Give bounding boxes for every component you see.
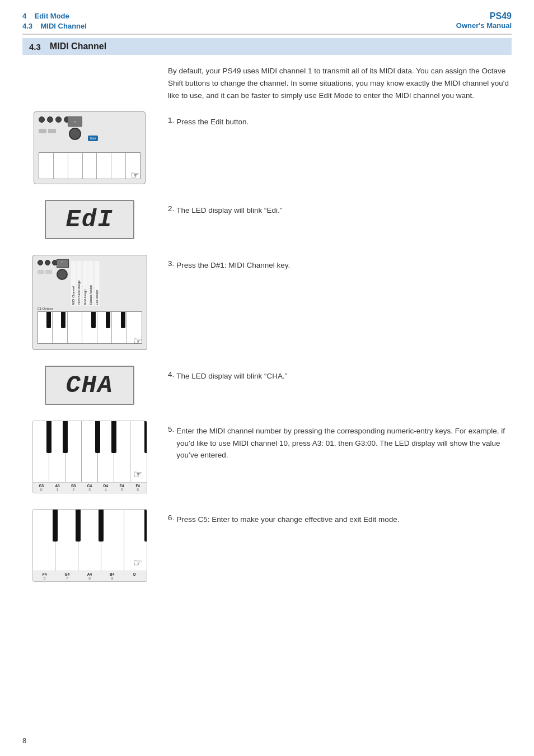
knobs-row: [39, 116, 70, 123]
s6-bk-Gb4: [53, 510, 58, 542]
step6-keys-area: [33, 510, 147, 571]
s5-bk-Eb4: [111, 421, 116, 453]
s5-wk-B3: [65, 421, 82, 482]
ch-wk6: [112, 312, 127, 343]
ch-wk4: [82, 312, 97, 343]
step-1-number: 1.: [168, 116, 174, 124]
knob-1: [39, 116, 45, 123]
big-knob: [69, 128, 81, 140]
step-3-row: n MIDI Channel Pitch Bend Range Mod Assi…: [22, 255, 512, 350]
s5-label-D4: D4 4: [97, 484, 114, 492]
step-1-image: n Edit: [22, 111, 157, 184]
ch-bk3: [91, 312, 96, 328]
s5-note-A3: A3: [55, 484, 59, 488]
ch-knobs: [38, 260, 58, 265]
step-5-image: G3 0 A3 1 B3 2 C4 3: [22, 421, 157, 493]
buttons-row: [39, 129, 56, 133]
section-ref: 4.3 MIDI Channel: [22, 21, 87, 31]
ch-bk2: [61, 312, 65, 328]
s5-wk-E4: [114, 421, 130, 482]
step-3-text: 3. Press the D#1: MIDI Channel key.: [157, 255, 512, 272]
s5-note-F4: F4: [135, 484, 140, 488]
section-number: 4.3: [29, 42, 41, 52]
ch-bk1: [46, 312, 51, 328]
wk4: [83, 153, 97, 179]
wk2: [54, 153, 68, 179]
s6-num-G4: 7: [66, 576, 68, 580]
s5-note-D4: D4: [104, 484, 108, 488]
step6-labels: F4 6 G4 7 A4 8 B4 9: [33, 571, 147, 581]
header-left: 4 Edit Mode 4.3 MIDI Channel: [22, 11, 87, 31]
s6-note-G4: G4: [64, 572, 69, 576]
s5-label-E4: E4 5: [114, 484, 130, 492]
section-num-text: 4.3: [22, 22, 32, 30]
btn-2: [48, 129, 56, 133]
s6-label-A4: A4 8: [78, 572, 101, 580]
s6-note-A4: A4: [87, 572, 92, 576]
s6-wk-G4: [55, 510, 78, 571]
s6-label-F4: F4 6: [34, 572, 56, 580]
step-2-number: 2.: [168, 204, 174, 213]
ch-display: n: [57, 259, 69, 268]
s5-num-D4: 4: [105, 488, 107, 492]
wk1: [39, 153, 54, 179]
wk6: [111, 153, 126, 179]
ch-label-5: Exp Assign: [95, 261, 100, 306]
step5-labels: G3 0 A3 1 B3 2 C4 3: [33, 482, 147, 493]
edit-button[interactable]: Edit: [88, 136, 98, 141]
keyboard-edit-view: n Edit: [34, 111, 146, 184]
s6-label-D: D: [123, 572, 146, 580]
s6-bk-Bb4: [99, 510, 104, 542]
header-right: PS49 Owner's Manual: [456, 11, 512, 31]
s5-label-A3: A3 1: [49, 484, 65, 492]
step-3-number: 3.: [168, 259, 174, 268]
s6-hand-cursor: ☞: [133, 557, 142, 569]
s5-label-C4: C4 3: [82, 484, 98, 492]
step-6-text: 6. Press C5: Enter to make your change e…: [157, 509, 512, 526]
s6-note-D: D: [133, 572, 136, 576]
wk3: [68, 153, 83, 179]
ch-btn-1: [38, 270, 44, 274]
ch-wk3: [68, 312, 83, 343]
led-display-cha: CHA: [45, 366, 134, 405]
ch-bk5: [121, 312, 125, 328]
ch-knob-2: [45, 260, 50, 265]
piano-keys-mini: [39, 152, 140, 179]
s6-note-F4: F4: [43, 572, 47, 576]
section-title: MIDI Channel: [50, 41, 106, 52]
btn-1: [39, 129, 46, 133]
s5-label-F4: F4 6: [130, 484, 146, 492]
page-wrapper: 4 Edit Mode 4.3 MIDI Channel PS49 Owner'…: [0, 0, 534, 756]
keyboard-channel-view: n MIDI Channel Pitch Bend Range Mod Assi…: [32, 255, 147, 350]
s5-wk-G3: [33, 421, 49, 482]
led-display-edi: EdI: [45, 200, 134, 239]
header: 4 Edit Mode 4.3 MIDI Channel PS49 Owner'…: [22, 11, 512, 31]
main-content: By default, your PS49 uses MIDI channel …: [22, 65, 512, 598]
ch-wk2: [53, 312, 68, 343]
mini-display-text: n: [74, 120, 76, 123]
s6-num-A4: 8: [88, 576, 91, 580]
s5-note-B3: B3: [71, 484, 76, 488]
s5-wk-A3: [49, 421, 65, 482]
ch-wk1: [38, 312, 53, 343]
chapter-number: 4 Edit Mode: [22, 11, 87, 21]
step-3-image: n MIDI Channel Pitch Bend Range Mod Assi…: [22, 255, 157, 350]
s5-num-G3: 0: [40, 488, 43, 492]
octave-label: C1:Octave: [38, 307, 53, 310]
ch-piano-keys: [38, 311, 142, 344]
s6-note-B4: B4: [110, 572, 114, 576]
step-5-text: 5. Enter the MIDI channel number by pres…: [157, 421, 512, 461]
ch-big-knob: [57, 269, 68, 280]
hand-cursor: ☞: [130, 169, 139, 181]
knob-3: [55, 116, 62, 123]
mini-display: n: [68, 116, 82, 127]
s6-num-B4: 9: [111, 576, 113, 580]
s5-wk-C4: [82, 421, 98, 482]
ch-label-1: MIDI Channel: [71, 261, 76, 306]
ch-label-3: Mod Assign: [83, 261, 88, 306]
knob-2: [47, 116, 53, 123]
step-6-description: Press C5: Enter to make your change effe…: [176, 514, 399, 526]
product-name: PS49: [456, 11, 512, 21]
step-3-description: Press the D#1: MIDI Channel key.: [176, 259, 290, 272]
wk5: [97, 153, 111, 179]
